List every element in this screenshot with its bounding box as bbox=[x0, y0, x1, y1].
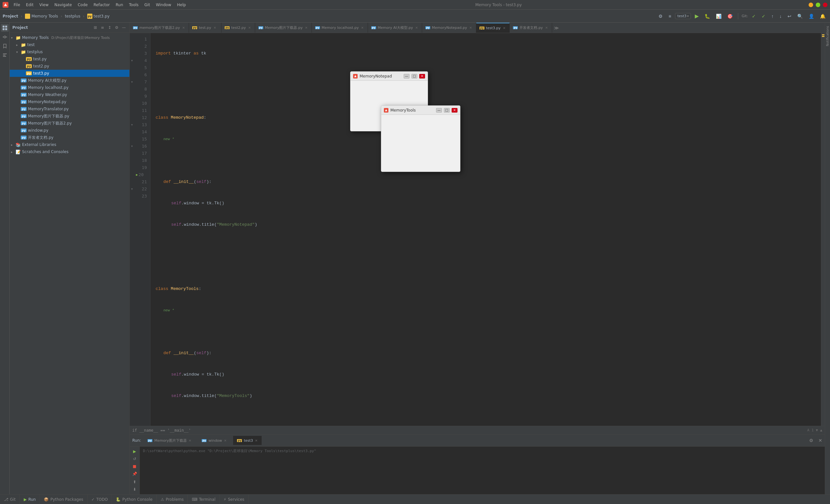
memorynotepad-maximize[interactable]: □ bbox=[411, 74, 417, 78]
minimize-button[interactable] bbox=[808, 3, 813, 7]
tree-item-test[interactable]: ▸ 📁 test bbox=[10, 41, 129, 48]
tab-imgdl[interactable]: py Memory图片下载器.py ✕ bbox=[255, 23, 312, 33]
toolbar-settings-btn[interactable]: ⚙ bbox=[657, 13, 665, 20]
sidebar-icon-3[interactable]: ↕ bbox=[107, 25, 113, 30]
menu-tools[interactable]: Tools bbox=[126, 2, 141, 8]
run-btn-rerun[interactable]: ↺ bbox=[131, 455, 138, 462]
tree-item-memory-localhost[interactable]: py Memory localhost.py bbox=[10, 84, 129, 91]
menu-file[interactable]: File bbox=[11, 2, 23, 8]
sidebar-icon-4[interactable]: ⚙ bbox=[114, 25, 120, 30]
tab-close-test[interactable]: ✕ bbox=[213, 26, 217, 30]
bottom-tool-git[interactable]: ⎇ Git bbox=[0, 495, 20, 504]
fold-marker-22[interactable]: ▾ bbox=[131, 186, 133, 193]
bottom-tool-pypkg[interactable]: 📦 Python Packages bbox=[40, 495, 87, 504]
menu-edit[interactable]: Edit bbox=[23, 2, 36, 8]
toolbar-search-btn[interactable]: 🔍 bbox=[795, 13, 805, 20]
tabs-more[interactable]: ≫ bbox=[552, 25, 561, 30]
tree-item-scratches[interactable]: ▸ 📝 Scratches and Consoles bbox=[10, 148, 129, 155]
toolbar-git-push[interactable]: ↑ bbox=[769, 13, 775, 20]
toolbar-git-pull[interactable]: ↓ bbox=[777, 13, 784, 20]
toolbar-debug-btn[interactable]: 🐛 bbox=[703, 13, 712, 20]
tab-test2[interactable]: py test2.py ✕ bbox=[221, 23, 255, 33]
run-config-dropdown[interactable]: ▾ bbox=[687, 14, 689, 18]
menu-code[interactable]: Code bbox=[75, 2, 91, 8]
toolbar-git-check[interactable]: ✓ bbox=[750, 13, 758, 20]
tab-close-notepad[interactable]: ✕ bbox=[469, 26, 473, 30]
run-marker-20[interactable]: ▶ bbox=[136, 171, 138, 178]
run-tab-close-test3[interactable]: ✕ bbox=[255, 439, 257, 442]
run-tab-window[interactable]: py window ✕ bbox=[198, 436, 230, 445]
bottom-tool-pyconsole[interactable]: 🐍 Python Console bbox=[112, 495, 157, 504]
tree-item-window-py[interactable]: py window.py bbox=[10, 127, 129, 134]
tab-imgdl2[interactable]: py memory图片下载器2.py ✕ bbox=[130, 23, 189, 33]
toolbar-run-btn[interactable]: ▶ bbox=[693, 12, 701, 20]
fold-marker-13[interactable]: ▾ bbox=[131, 121, 133, 128]
toolbar-coverage-btn[interactable]: 🎯 bbox=[725, 13, 735, 20]
tab-test3[interactable]: py test3.py ✕ bbox=[476, 23, 510, 33]
run-btn-stop[interactable]: ■ bbox=[131, 463, 138, 470]
code-content[interactable]: import tkinter as tk class MemoryNotepad… bbox=[151, 33, 821, 426]
maximize-button[interactable] bbox=[816, 3, 820, 7]
run-tab-imgdl[interactable]: py Memory图片下载器 ✕ bbox=[143, 436, 195, 445]
tree-item-root[interactable]: ▾ 📁 Memory Tools D:\Project\星球项目\Memory … bbox=[10, 34, 129, 41]
sidebar-icon-5[interactable]: — bbox=[121, 25, 127, 30]
tree-item-test3-py[interactable]: py test3.py bbox=[10, 70, 129, 77]
tree-item-testplus[interactable]: ▾ 📁 testplus bbox=[10, 48, 129, 56]
tab-ai[interactable]: py Memory AI大模型.py ✕ bbox=[368, 23, 422, 33]
tree-item-memory-weather[interactable]: py Memory Weather.py bbox=[10, 91, 129, 98]
tree-item-memory-ai[interactable]: py Memory AI大模型.py bbox=[10, 77, 129, 84]
activity-structure[interactable] bbox=[1, 51, 9, 59]
tree-item-devdoc[interactable]: py 开发者文档.py bbox=[10, 134, 129, 141]
run-btn-scroll-bot[interactable]: ⬇ bbox=[131, 486, 138, 493]
tree-item-imgdl2[interactable]: py Memory图片下载器2.py bbox=[10, 120, 129, 127]
activity-bookmarks[interactable] bbox=[1, 42, 9, 50]
activity-project[interactable] bbox=[1, 24, 9, 32]
tab-close-imgdl[interactable]: ✕ bbox=[304, 26, 308, 30]
run-btn-play[interactable]: ▶ bbox=[131, 448, 138, 455]
menu-navigate[interactable]: Navigate bbox=[52, 2, 74, 8]
tab-notepad[interactable]: py MemoryNotepad.py ✕ bbox=[422, 23, 476, 33]
memorynotepad-minimize[interactable]: — bbox=[404, 74, 410, 78]
tree-item-test-py[interactable]: py test.py bbox=[10, 56, 129, 63]
tree-item-memory-translator[interactable]: py MemoryTranslator.py bbox=[10, 105, 129, 113]
tree-item-memory-notepad[interactable]: py MemoryNotepad.py bbox=[10, 98, 129, 105]
memorytools-minimize[interactable]: — bbox=[436, 108, 442, 113]
toolbar-more-btn[interactable]: ≡ bbox=[667, 13, 673, 20]
fold-marker-4[interactable]: ▾ bbox=[131, 57, 133, 64]
run-btn-pins[interactable]: 📌 bbox=[131, 471, 138, 477]
tab-devdoc[interactable]: py 开发者文档.py ✕ bbox=[510, 23, 552, 33]
toolbar-profile-btn[interactable]: 📊 bbox=[714, 13, 723, 20]
sidebar-icon-1[interactable]: ⊞ bbox=[92, 25, 98, 30]
toolbar-account-btn[interactable]: 👤 bbox=[807, 13, 816, 20]
tree-item-imgdl1[interactable]: py Memory图片下载器.py bbox=[10, 113, 129, 120]
tab-close-localhost[interactable]: ✕ bbox=[360, 26, 364, 30]
memorytools-maximize[interactable]: □ bbox=[444, 108, 450, 113]
close-button[interactable] bbox=[823, 3, 827, 7]
tab-close-ai[interactable]: ✕ bbox=[415, 26, 419, 30]
menu-help[interactable]: Help bbox=[174, 2, 188, 8]
fold-marker-7[interactable]: ▾ bbox=[131, 78, 133, 86]
tab-close-test3[interactable]: ✕ bbox=[502, 26, 506, 30]
tab-test[interactable]: py test.py ✕ bbox=[189, 23, 221, 33]
bottom-tool-problems[interactable]: ⚠ Problems bbox=[157, 495, 188, 504]
menu-refactor[interactable]: Refactor bbox=[91, 2, 112, 8]
tab-close-imgdl2[interactable]: ✕ bbox=[182, 26, 186, 30]
menu-window[interactable]: Window bbox=[153, 2, 174, 8]
run-btn-scroll-top[interactable]: ⬆ bbox=[131, 479, 138, 485]
memorytools-close[interactable]: ✕ bbox=[452, 108, 457, 113]
tab-close-test2[interactable]: ✕ bbox=[247, 26, 251, 30]
bottom-tool-terminal[interactable]: ⌨ Terminal bbox=[188, 495, 220, 504]
tab-localhost[interactable]: py Memory localhost.py ✕ bbox=[312, 23, 368, 33]
tree-item-test2-py[interactable]: py test2.py bbox=[10, 63, 129, 70]
run-close-btn[interactable]: ✕ bbox=[818, 438, 822, 443]
bottom-tool-todo[interactable]: ✓ TODO bbox=[88, 495, 112, 504]
bottom-tool-services[interactable]: ⚡ Services bbox=[220, 495, 249, 504]
menu-view[interactable]: View bbox=[37, 2, 51, 8]
toolbar-git-check2[interactable]: ✓ bbox=[760, 13, 767, 20]
run-tab-close-imgdl[interactable]: ✕ bbox=[189, 439, 191, 442]
run-settings-btn[interactable]: ⚙ bbox=[809, 438, 813, 443]
menu-git[interactable]: Git bbox=[142, 2, 152, 8]
tab-close-devdoc[interactable]: ✕ bbox=[544, 26, 548, 30]
fold-marker-16[interactable]: ▾ bbox=[131, 143, 133, 150]
bottom-tool-run[interactable]: ▶ Run bbox=[20, 495, 40, 504]
